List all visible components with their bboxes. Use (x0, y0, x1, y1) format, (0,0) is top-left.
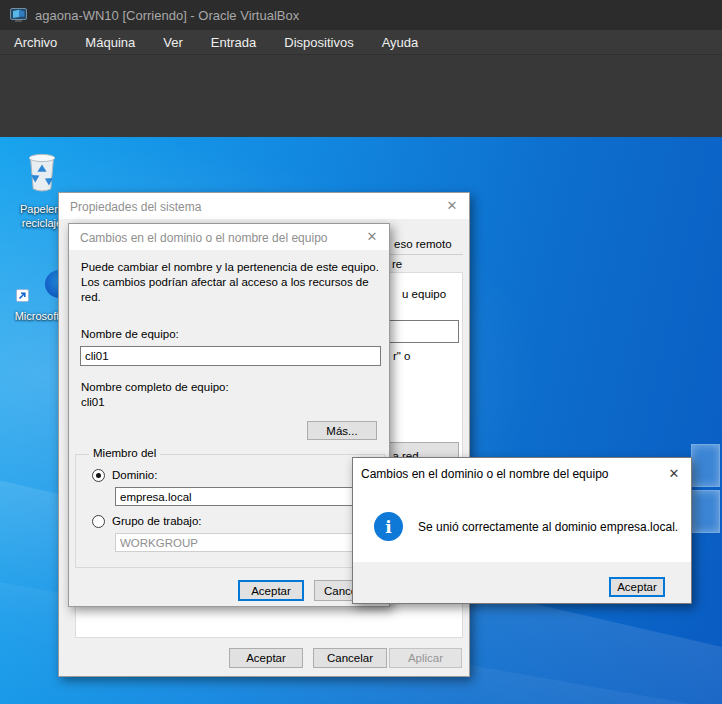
close-icon[interactable]: ✕ (364, 229, 380, 245)
system-properties-cancel-button[interactable]: Cancelar (313, 648, 387, 668)
info-icon: i (374, 512, 403, 541)
virtualbox-window: agaona-WN10 [Corriendo] - Oracle Virtual… (0, 0, 722, 704)
menu-archivo[interactable]: Archivo (0, 30, 71, 55)
full-computer-name-label: Nombre completo de equipo: (81, 381, 229, 393)
message-dialog-title: Cambios en el dominio o el nombre del eq… (361, 467, 608, 481)
text-fragment-quote: r" o (393, 350, 411, 362)
domain-changes-dialog: Cambios en el dominio o el nombre del eq… (68, 223, 390, 607)
close-icon[interactable]: ✕ (666, 466, 682, 482)
text-fragment-equipo: u equipo (402, 288, 446, 300)
message-dialog-text: Se unió correctamente al dominio empresa… (418, 520, 678, 534)
domain-input[interactable] (115, 487, 374, 506)
wallpaper-window-pane (691, 444, 720, 487)
domain-dialog-description: Puede cambiar el nombre y la pertenencia… (81, 260, 381, 305)
message-dialog-titlebar[interactable]: Cambios en el dominio o el nombre del eq… (353, 458, 691, 486)
more-button[interactable]: Más... (307, 421, 377, 440)
domain-radio-label[interactable]: Dominio: (112, 469, 157, 481)
domain-join-message-dialog: Cambios en el dominio o el nombre del eq… (352, 457, 692, 604)
computer-name-input[interactable] (80, 346, 381, 366)
workgroup-radio[interactable] (92, 515, 105, 528)
full-computer-name-value: cli01 (81, 396, 105, 408)
vm-letterbox (0, 55, 722, 137)
member-of-label: Miembro del (89, 447, 160, 459)
tab-acceso-remoto-fragment[interactable]: eso remoto (394, 238, 452, 250)
vbox-window-title: agaona-WN10 [Corriendo] - Oracle Virtual… (35, 8, 299, 23)
menu-entrada[interactable]: Entrada (197, 30, 271, 55)
system-properties-title: Propiedades del sistema (70, 200, 201, 214)
edge-icon (16, 260, 58, 302)
menu-ayuda[interactable]: Ayuda (368, 30, 433, 55)
domain-radio[interactable] (92, 469, 105, 482)
workgroup-input (115, 533, 374, 552)
vbox-titlebar[interactable]: agaona-WN10 [Corriendo] - Oracle Virtual… (0, 0, 722, 30)
system-properties-ok-button[interactable]: Aceptar (229, 648, 303, 668)
vbox-menubar: Archivo Máquina Ver Entrada Dispositivos… (0, 30, 722, 55)
tab-hardware-fragment[interactable]: re (392, 258, 402, 270)
menu-maquina[interactable]: Máquina (71, 30, 149, 55)
member-of-groupbox: Miembro del Dominio: Grupo de trabajo: (75, 454, 385, 568)
menu-dispositivos[interactable]: Dispositivos (270, 30, 367, 55)
menu-ver[interactable]: Ver (149, 30, 197, 55)
shortcut-arrow-icon (16, 289, 29, 302)
virtualbox-vm-icon (10, 8, 27, 23)
domain-dialog-ok-button[interactable]: Aceptar (238, 580, 304, 601)
domain-dialog-titlebar[interactable]: Cambios en el dominio o el nombre del eq… (69, 224, 389, 250)
wallpaper-window-pane (691, 490, 720, 533)
close-icon[interactable]: ✕ (444, 198, 460, 214)
computer-name-label: Nombre de equipo: (81, 328, 179, 340)
system-properties-titlebar[interactable]: Propiedades del sistema ✕ (59, 193, 469, 219)
message-dialog-ok-button[interactable]: Aceptar (609, 577, 665, 597)
workgroup-radio-label[interactable]: Grupo de trabajo: (112, 515, 202, 527)
domain-dialog-title: Cambios en el dominio o el nombre del eq… (80, 231, 327, 245)
tab-strip-divider (381, 254, 463, 255)
recycle-bin-icon (22, 147, 62, 199)
system-properties-apply-button: Aplicar (389, 648, 462, 668)
